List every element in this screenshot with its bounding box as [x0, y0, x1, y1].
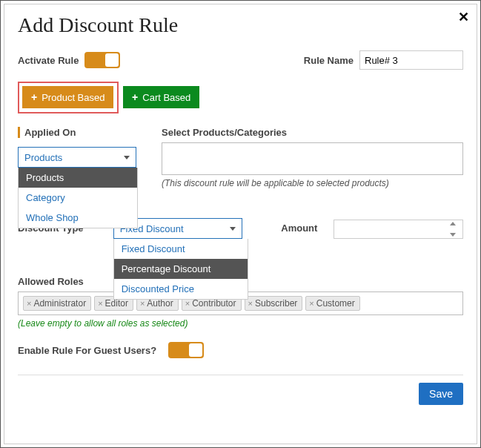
- applied-on-selected: Products: [24, 152, 62, 163]
- amount-label: Amount: [281, 218, 317, 234]
- applied-on-heading: Applied On: [18, 127, 144, 138]
- save-button[interactable]: Save: [419, 383, 463, 405]
- role-chip: ×Subscriber: [245, 296, 303, 311]
- applied-option-whole-shop[interactable]: Whole Shop: [19, 208, 137, 228]
- discount-rule-modal: ✕ Add Discount Rule Activate Rule Rule N…: [4, 4, 477, 444]
- role-label: Customer: [316, 298, 355, 309]
- product-based-highlight: + Product Based: [18, 82, 119, 113]
- stepper-down-icon[interactable]: [450, 233, 456, 237]
- plus-icon: +: [31, 91, 37, 103]
- applied-option-products[interactable]: Products: [19, 168, 137, 188]
- rule-name-input[interactable]: [359, 50, 463, 70]
- role-chip: ×Customer: [305, 296, 359, 311]
- product-based-label: Product Based: [42, 92, 105, 103]
- guest-users-label: Enable Rule For Guest Users?: [18, 345, 156, 356]
- role-chip: ×Administrator: [23, 296, 91, 311]
- select-products-heading: Select Products/Categories: [162, 127, 463, 138]
- chevron-down-icon: [124, 156, 130, 159]
- remove-icon[interactable]: ×: [185, 299, 190, 308]
- discount-option-discounted[interactable]: Discounted Price: [114, 279, 248, 299]
- applied-on-dropdown: Products Category Whole Shop: [18, 168, 138, 228]
- product-picker-input[interactable]: [162, 142, 463, 175]
- role-label: Subscriber: [255, 298, 297, 309]
- activate-toggle[interactable]: [84, 52, 120, 68]
- remove-icon[interactable]: ×: [27, 299, 31, 308]
- role-label: Contributor: [192, 298, 236, 309]
- cart-based-label: Cart Based: [142, 92, 190, 103]
- remove-icon[interactable]: ×: [98, 299, 102, 308]
- remove-icon[interactable]: ×: [309, 299, 314, 308]
- role-label: Author: [147, 298, 173, 309]
- cart-based-button[interactable]: + Cart Based: [123, 86, 199, 108]
- close-icon[interactable]: ✕: [458, 9, 469, 25]
- remove-icon[interactable]: ×: [140, 299, 145, 308]
- remove-icon[interactable]: ×: [248, 299, 253, 308]
- product-based-button[interactable]: + Product Based: [22, 86, 113, 108]
- rule-name-label: Rule Name: [304, 55, 354, 66]
- chevron-down-icon: [230, 227, 236, 231]
- allowed-roles-hint: (Leave empty to allow all roles as selec…: [18, 318, 463, 329]
- activate-label: Activate Rule: [18, 55, 79, 66]
- guest-users-toggle[interactable]: [168, 342, 204, 358]
- discount-type-dropdown: Fixed Discount Percentage Discount Disco…: [113, 239, 248, 300]
- applied-option-category[interactable]: Category: [19, 188, 137, 208]
- discount-option-fixed[interactable]: Fixed Discount: [114, 239, 248, 259]
- discount-option-percentage[interactable]: Percentage Discount: [114, 259, 248, 279]
- role-label: Administrator: [33, 298, 86, 309]
- applied-on-select[interactable]: Products Products Category Whole Shop: [18, 147, 136, 168]
- role-label: Editor: [105, 298, 128, 309]
- stepper-up-icon[interactable]: [450, 222, 456, 225]
- amount-input[interactable]: [334, 220, 463, 239]
- plus-icon: +: [132, 91, 138, 103]
- page-title: Add Discount Rule: [18, 13, 463, 37]
- select-products-hint: (This discount rule will be applicable t…: [162, 178, 463, 188]
